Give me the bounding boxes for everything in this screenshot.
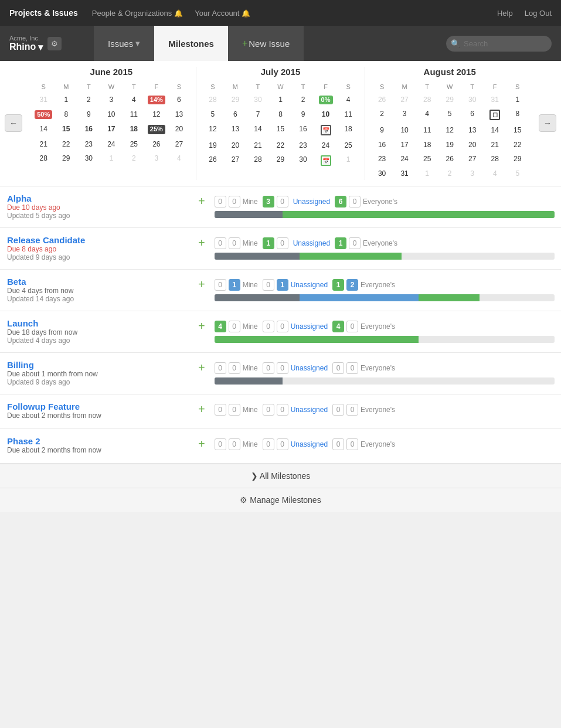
- people-orgs-link[interactable]: People & Organizations: [92, 9, 183, 18]
- logout-link[interactable]: Log Out: [525, 9, 552, 18]
- progress-inprog-beta: [300, 294, 419, 301]
- project-name[interactable]: Rhino: [9, 42, 43, 53]
- cal-day: 27: [461, 152, 483, 165]
- june-14pct-badge: 14%: [148, 96, 165, 104]
- milestone-name-billing[interactable]: Billing: [7, 360, 186, 370]
- cal-day-icon1[interactable]: 📅: [315, 123, 336, 138]
- calendar-august: August 2015 S M T W T F S 26 27 28 29 30…: [365, 67, 534, 180]
- milestone-add-alpha[interactable]: +: [193, 195, 210, 208]
- cal-day: 3: [461, 167, 483, 180]
- cal-day: 11: [123, 108, 145, 121]
- cal-day: 29: [439, 93, 461, 106]
- stats-row-followup: 0 0 Mine 0 0 Unassigned 0 0 Everyone's: [215, 404, 556, 416]
- everyone-label-followup: Everyone's: [361, 406, 395, 414]
- everyone-label-phase2: Everyone's: [361, 440, 395, 448]
- cal-day: 27: [394, 93, 416, 106]
- milestone-due-phase2: Due about 2 months from now: [7, 446, 186, 454]
- milestone-updated-alpha: Updated 5 days ago: [7, 212, 186, 220]
- progress-open-launch: [215, 336, 419, 343]
- milestone-info-phase2: Phase 2 Due about 2 months from now: [0, 436, 193, 456]
- august-grid: S M T W T F S 26 27 28 29 30 31 1 2 3 4 …: [371, 81, 528, 180]
- cal-day: 22: [56, 138, 77, 151]
- unassigned-open-followup: 0: [263, 404, 274, 416]
- tab-issues[interactable]: Issues ▾: [94, 26, 154, 61]
- milestone-name-followup[interactable]: Followup Feature: [7, 402, 186, 411]
- mine-closed-phase2: 0: [229, 438, 240, 450]
- milestone-due-launch: Due 18 days from now: [7, 328, 186, 336]
- cal-day: 24: [394, 152, 416, 165]
- mine-badge-num-alpha: 3: [263, 196, 274, 207]
- progress-bar-rc: [215, 253, 555, 260]
- june-grid: S M T W T F S 31 1 2 3 4 14% 6 50% 8 9 1…: [33, 81, 190, 165]
- cal-day: 26: [146, 138, 168, 151]
- cal-day-aug-icon[interactable]: ☐: [484, 107, 506, 123]
- milestone-add-phase2[interactable]: +: [193, 437, 210, 451]
- calendar-prev-button[interactable]: ←: [5, 114, 22, 132]
- unassigned-stat-followup: 0 0 Unassigned: [263, 404, 328, 416]
- unassigned-label-alpha[interactable]: Unassigned: [293, 198, 330, 206]
- milestone-name-phase2[interactable]: Phase 2: [7, 436, 186, 446]
- all-milestones-button[interactable]: ❯ All Milestones: [0, 464, 561, 488]
- cal-day: 6: [461, 107, 483, 123]
- june-title: June 2015: [33, 67, 190, 77]
- unassigned-label-rc[interactable]: Unassigned: [293, 239, 330, 247]
- mine-open-followup: 0: [215, 404, 226, 416]
- milestone-add-billing[interactable]: +: [193, 361, 210, 375]
- milestone-add-rc[interactable]: +: [193, 236, 210, 250]
- mine-closed-rc: 0: [229, 237, 240, 249]
- milestone-add-followup[interactable]: +: [193, 403, 210, 416]
- cal-day-25pct[interactable]: 25%: [146, 123, 168, 136]
- calendar-next-button[interactable]: →: [539, 114, 556, 132]
- cal-day: 2: [78, 93, 100, 107]
- cal-day-badge[interactable]: 14%: [146, 93, 168, 107]
- milestone-row-alpha: Alpha Due 10 days ago Updated 5 days ago…: [0, 186, 561, 228]
- cal-day: 2: [439, 167, 461, 180]
- project-info: Acme, Inc. Rhino ⚙: [0, 26, 94, 61]
- everyone-closed-billing: 0: [346, 362, 358, 374]
- everyone-stat-phase2: 0 0 Everyone's: [332, 438, 395, 450]
- cal-day-50pct[interactable]: 50%: [33, 108, 55, 121]
- milestone-add-beta[interactable]: +: [193, 278, 210, 291]
- milestone-name-launch[interactable]: Launch: [7, 318, 186, 328]
- search-input[interactable]: [446, 36, 552, 52]
- top-navigation: Projects & Issues People & Organizations…: [0, 0, 561, 26]
- unassigned-label-followup[interactable]: Unassigned: [291, 406, 328, 414]
- milestone-info-beta: Beta Due 4 days from now Updated 14 days…: [0, 277, 193, 304]
- milestone-name-beta[interactable]: Beta: [7, 277, 186, 287]
- unassigned-label-launch[interactable]: Unassigned: [291, 322, 328, 331]
- manage-milestones-button[interactable]: ⚙ Manage Milestones: [0, 488, 561, 512]
- everyone-label-rc: Everyone's: [363, 239, 397, 247]
- help-link[interactable]: Help: [497, 9, 513, 18]
- cal-day: 1: [270, 93, 291, 107]
- mine-stat-phase2: 0 0 Mine: [215, 438, 258, 450]
- unassigned-label-phase2[interactable]: Unassigned: [291, 440, 328, 448]
- milestone-row-rc: Release Candidate Due 8 days ago Updated…: [0, 228, 561, 270]
- unassigned-label-beta[interactable]: Unassigned: [291, 281, 328, 289]
- milestone-name-rc[interactable]: Release Candidate: [7, 235, 186, 245]
- tab-milestones[interactable]: Milestones: [154, 26, 228, 61]
- cal-day: 4: [416, 107, 438, 123]
- stats-row-beta: 0 1 Mine 0 1 Unassigned 1 2 Everyone's: [215, 279, 556, 291]
- tab-new-issue[interactable]: + New Issue: [228, 26, 304, 61]
- your-account-link[interactable]: Your Account: [195, 9, 250, 18]
- cal-day: 18: [416, 138, 438, 151]
- milestone-updated-beta: Updated 14 days ago: [7, 295, 186, 303]
- cal-day-0pct[interactable]: 0%: [315, 93, 336, 107]
- milestone-name-alpha[interactable]: Alpha: [7, 193, 186, 203]
- unassigned-group-beta: 0 1 Unassigned: [263, 279, 328, 291]
- mine-closed-billing: 0: [229, 362, 240, 374]
- june-header-f: F: [146, 81, 168, 92]
- mine-label-phase2: Mine: [243, 440, 258, 448]
- unassigned-stat-launch: 0 0 Unassigned: [263, 321, 328, 332]
- milestone-stats-phase2: 0 0 Mine 0 0 Unassigned 0 0 Everyone's: [210, 436, 561, 456]
- unassigned-label-billing[interactable]: Unassigned: [291, 364, 328, 372]
- cal-day: 30: [461, 93, 483, 106]
- settings-gear-button[interactable]: ⚙: [47, 37, 62, 50]
- brand-link[interactable]: Projects & Issues: [9, 8, 78, 18]
- progress-bar-launch: [215, 336, 555, 343]
- everyone-label-launch: Everyone's: [361, 322, 395, 331]
- milestones-section: Alpha Due 10 days ago Updated 5 days ago…: [0, 186, 561, 464]
- cal-day-icon2[interactable]: 📅: [315, 153, 336, 168]
- cal-day: 8: [506, 107, 528, 123]
- milestone-add-launch[interactable]: +: [193, 319, 210, 333]
